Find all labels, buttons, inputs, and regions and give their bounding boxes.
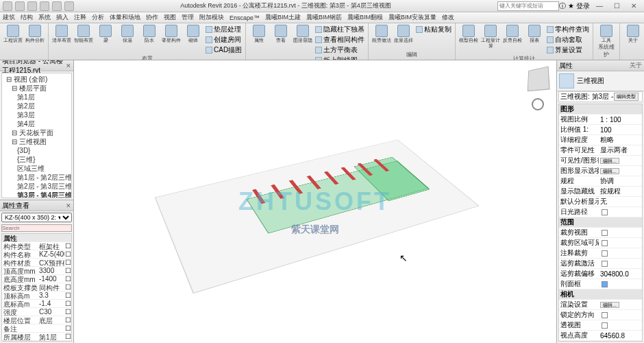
tool-sm-算量设置[interactable]: 算量设置 — [547, 45, 589, 55]
tree-node[interactable]: 第1层 - 第2层三维视图 — [3, 173, 70, 182]
prop-row[interactable]: 底标高m-1.4☐ — [2, 300, 71, 308]
tab-注释[interactable]: 注释 — [74, 13, 86, 22]
propcheck-close-icon[interactable]: ✕ — [66, 202, 71, 209]
tree-node[interactable]: 第3层 - 第4层三维视图 — [3, 191, 70, 198]
tool-工具[interactable]: 工具 — [597, 25, 616, 43]
login-link[interactable]: 登录 — [576, 1, 590, 11]
tool-核查做法[interactable]: 核查做法 — [372, 25, 391, 43]
tab-附加模块[interactable]: 附加模块 — [199, 13, 224, 22]
maximize-button[interactable]: ☐ — [609, 1, 624, 11]
prop-row[interactable]: 目标高度28736.0 — [559, 341, 642, 342]
tool-批量选择[interactable]: 批量选择 — [394, 25, 413, 43]
prop-row[interactable]: 显示隐藏线按规程 — [559, 187, 642, 197]
prop-row[interactable]: 裁剪区域可见 — [559, 238, 642, 248]
tool-sm-自动套取[interactable]: 自动套取 — [547, 35, 589, 45]
tool-防水[interactable]: 防水 — [140, 25, 159, 43]
tool-梁[interactable]: 梁 — [96, 25, 115, 43]
tab-结构[interactable]: 结构 — [21, 13, 33, 22]
tool-属性[interactable]: 属性 — [249, 25, 269, 43]
close-button[interactable]: ✕ — [626, 1, 641, 11]
tool-查看[interactable]: 查看 — [271, 25, 290, 43]
qat-print[interactable] — [64, 1, 74, 11]
tool-工程量计算[interactable]: 工程量计算 — [481, 25, 500, 49]
prop-row[interactable]: 规程协调 — [559, 176, 642, 187]
prop-row[interactable]: 底高度mm-1400☐ — [2, 275, 71, 283]
prop-row[interactable]: 备注☐ — [2, 324, 71, 333]
tab-插入[interactable]: 插入 — [56, 13, 69, 22]
prop-row[interactable]: 视图比例1 : 100 — [559, 115, 642, 125]
tab-系统[interactable]: 系统 — [38, 13, 51, 22]
prop-row[interactable]: 透视图 — [559, 320, 642, 331]
qat-open[interactable] — [15, 1, 25, 11]
prop-row[interactable]: 日光路径 — [559, 207, 642, 217]
tree-node[interactable]: {三维} — [3, 155, 70, 164]
tree-node[interactable]: ⊟ 天花板平面 — [3, 128, 70, 137]
qat-redo[interactable] — [52, 1, 62, 11]
prop-row[interactable]: 所属楼层第1层☐ — [2, 333, 71, 341]
prop-row[interactable]: 默认分析显示样式无 — [559, 197, 642, 207]
view-cube[interactable] — [528, 66, 550, 91]
browser-close-icon[interactable]: ✕ — [66, 62, 71, 69]
tree-node[interactable]: 第2层 - 第3层三维视图 — [3, 182, 70, 191]
prop-row[interactable]: 构件材质CX预拌砼☐ — [2, 259, 71, 267]
tool-砌体[interactable]: 砌体 — [184, 25, 203, 43]
tool-sm-板上朗线图[interactable]: 板上朗线图 — [315, 56, 364, 60]
minimize-button[interactable]: — — [592, 1, 607, 11]
prop-row[interactable]: 构件名称KZ-5(400 x☐ — [2, 250, 71, 259]
prop-row[interactable]: 裁剪视图 — [559, 228, 642, 238]
tree-node[interactable]: 第3层 — [3, 110, 70, 119]
tab-管理[interactable]: 管理 — [182, 13, 194, 22]
nav-wheel-icon[interactable] — [532, 98, 544, 110]
prop-row[interactable]: 注释裁剪 — [559, 248, 642, 259]
tab-Enscape™[interactable]: Enscape™ — [230, 14, 260, 21]
tab-晨曦BIM土建[interactable]: 晨曦BIM土建 — [265, 13, 301, 22]
prop-row[interactable]: 构件类型框架柱☐ — [2, 242, 71, 250]
tab-晨曦BIM安装算量[interactable]: 晨曦BIM安装算量 — [388, 13, 436, 22]
prop-row[interactable]: 可见性/图形替换编辑... — [559, 156, 642, 166]
tool-关于[interactable]: 关于 — [623, 25, 643, 43]
tool-报表[interactable]: 报表 — [525, 25, 544, 43]
tree-node[interactable]: 第4层 — [3, 119, 70, 128]
prop-row[interactable]: 零件可见性显示两者 — [559, 145, 642, 156]
viewport-3d[interactable]: ZHTUSOFT 紫天课堂网 ↖ — [74, 60, 556, 343]
tool-sm-粘贴复制[interactable]: 粘贴复制 — [416, 25, 451, 34]
tool-sm-创建房间[interactable]: 创建房间 — [206, 35, 242, 45]
prop-row[interactable]: 顶标高m3.3☐ — [2, 292, 71, 300]
tool-sm-土方平衡表[interactable]: 土方平衡表 — [315, 45, 364, 55]
type-selector[interactable]: 三维视图: 第3层 - 第4层三维视... — [559, 92, 614, 102]
tool-sm-零构件查询[interactable]: 零构件查询 — [547, 25, 589, 34]
prop-row[interactable]: 模板支撑类...同构件☐ — [2, 283, 71, 292]
tool-构件分析[interactable]: 构件分析 — [25, 25, 45, 43]
qat-save[interactable] — [27, 1, 37, 11]
qat-undo[interactable] — [40, 1, 49, 11]
props-close-icon[interactable]: 关于 — [630, 61, 642, 70]
tool-sm-隐藏柱下独基[interactable]: 隐藏柱下独基 — [315, 25, 364, 34]
tool-模型自检[interactable]: 模型自检 — [459, 25, 478, 43]
tab-体量和场地[interactable]: 体量和场地 — [110, 13, 140, 22]
tab-晨曦BIM翻模[interactable]: 晨曦BIM翻模 — [347, 13, 383, 22]
prop-row[interactable]: 强度C30☐ — [2, 308, 71, 316]
revit-logo[interactable] — [3, 1, 12, 11]
tree-node[interactable]: {3D} — [3, 146, 70, 155]
prop-row[interactable]: 远剪裁偏移304800.0 — [559, 269, 642, 279]
tree-node[interactable]: 区域三维 — [3, 164, 70, 173]
tree-node[interactable]: 第1层 — [3, 93, 70, 102]
tool-零星构件[interactable]: 零星构件 — [162, 25, 181, 43]
tab-视图[interactable]: 视图 — [164, 13, 176, 22]
tab-修改[interactable]: 修改 — [442, 13, 454, 22]
tool-sm-CAD描图[interactable]: CAD描图 — [206, 45, 242, 55]
propcheck-selector[interactable]: KZ-5(400 x 350) 2: ▾ — [1, 213, 72, 222]
tool-sm-垫层处理[interactable]: 垫层处理 — [206, 25, 242, 34]
tree-node[interactable]: ⊟ 楼层平面 — [3, 84, 70, 93]
prop-row[interactable]: 远剪裁激活 — [559, 259, 642, 269]
tool-工程设置[interactable]: 工程设置 — [3, 25, 23, 43]
tool-图形显隐[interactable]: 图形显隐 — [293, 25, 312, 43]
tab-协作[interactable]: 协作 — [146, 13, 158, 22]
prop-row[interactable]: 剖面框 — [559, 279, 642, 289]
tool-sm-查看相同构件[interactable]: 查看相同构件 — [315, 35, 364, 45]
tool-反查自检[interactable]: 反查自检 — [503, 25, 522, 43]
prop-row[interactable]: 渲染设置编辑... — [559, 300, 642, 310]
tree-node[interactable]: ⊟ 三维视图 — [3, 137, 70, 146]
info-icon[interactable]: ⓘ — [559, 1, 566, 11]
prop-row[interactable]: 视点高度64560.8 — [559, 331, 642, 341]
